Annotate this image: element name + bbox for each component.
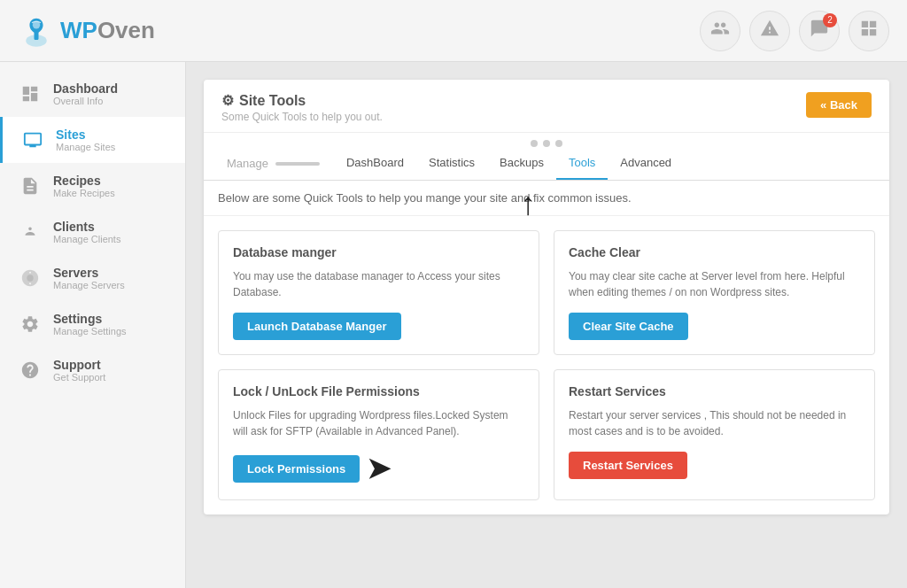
dot-1 [531, 140, 538, 147]
card-header: ⚙ Site Tools Some Quick Tools to help yo… [204, 80, 889, 133]
tabs-row: Manage DashBoard Statistics Backups Tool… [204, 147, 889, 181]
top-icons: 2 [700, 11, 889, 51]
card-subtitle: Some Quick Tools to help you out. [221, 111, 383, 123]
sidebar-item-dashboard[interactable]: Dashboard Overall Info [0, 71, 185, 117]
dashboard-icon [18, 81, 43, 106]
settings-icon [18, 312, 43, 337]
sidebar-dashboard-subtitle: Overall Info [53, 96, 118, 106]
sidebar-servers-label: Servers [53, 266, 125, 280]
main-layout: Dashboard Overall Info ➤ Sites Manage Si… [0, 62, 907, 588]
content-area: ⚙ Site Tools Some Quick Tools to help yo… [186, 62, 907, 588]
sites-icon [20, 128, 45, 152]
tab-statistics[interactable]: Statistics [416, 147, 487, 180]
cache-card-title: Cache Clear [569, 245, 860, 259]
logo-icon [18, 12, 55, 50]
sidebar-recipes-label: Recipes [53, 174, 115, 188]
sidebar-clients-label: Clients [53, 220, 120, 234]
lock-permissions-btn[interactable]: Lock Permissions [233, 455, 360, 483]
sidebar-clients-subtitle: Manage Clients [53, 234, 120, 244]
dot-3 [555, 140, 562, 147]
sidebar-item-clients[interactable]: Clients Manage Clients [0, 209, 185, 255]
sidebar: Dashboard Overall Info ➤ Sites Manage Si… [0, 62, 186, 588]
sidebar-settings-subtitle: Manage Settings [53, 326, 127, 337]
tab-advanced[interactable]: Advanced [608, 147, 684, 180]
permissions-tool-card: Lock / UnLock File Permissions Unlock Fi… [218, 369, 539, 500]
card-title: ⚙ Site Tools [221, 92, 383, 109]
back-button[interactable]: « Back [806, 92, 872, 118]
clear-cache-btn[interactable]: Clear Site Cache [569, 313, 688, 340]
chat-badge: 2 [823, 13, 837, 27]
tab-dashboard[interactable]: DashBoard [334, 147, 416, 180]
permissions-card-title: Lock / UnLock File Permissions [233, 384, 524, 398]
database-card-title: Database manger [233, 245, 524, 259]
logo-text: WPOven [60, 17, 155, 44]
database-card-desc: You may use the database manager to Acce… [233, 268, 524, 300]
dots-row [204, 133, 889, 147]
top-nav: WPOven 2 [0, 0, 907, 62]
tools-description: Below are some Quick Tools to help you m… [204, 181, 889, 216]
permissions-card-desc: Unlock Files for upgrading Wordpress fil… [233, 407, 524, 439]
sidebar-support-label: Support [53, 358, 105, 372]
svg-point-1 [33, 21, 40, 28]
restart-services-btn[interactable]: Restart Services [569, 452, 687, 479]
site-tools-card: ⚙ Site Tools Some Quick Tools to help yo… [204, 80, 889, 514]
logo: WPOven [18, 12, 155, 50]
sidebar-item-support[interactable]: Support Get Support [0, 347, 185, 393]
clients-icon [18, 220, 43, 244]
restart-tool-card: Restart Services Restart your server ser… [554, 369, 875, 500]
tab-backups[interactable]: Backups [487, 147, 556, 180]
sidebar-item-settings[interactable]: Settings Manage Settings [0, 301, 185, 347]
sidebar-item-sites[interactable]: ➤ Sites Manage Sites [0, 117, 185, 163]
tools-grid: Database manger You may use the database… [204, 216, 889, 514]
sidebar-settings-label: Settings [53, 312, 127, 326]
grid-nav-btn[interactable] [849, 11, 889, 51]
dot-2 [543, 140, 550, 147]
users-icon [710, 19, 730, 43]
cache-tool-card: Cache Clear You may clear site cache at … [554, 230, 875, 355]
restart-card-title: Restart Services [569, 384, 860, 398]
servers-icon [18, 266, 43, 290]
restart-card-desc: Restart your server services , This shou… [569, 407, 860, 439]
sidebar-servers-subtitle: Manage Servers [53, 280, 125, 290]
sidebar-item-servers[interactable]: Servers Manage Servers [0, 255, 185, 301]
support-icon [18, 358, 43, 383]
sidebar-dashboard-label: Dashboard [53, 81, 118, 96]
warning-icon [760, 19, 779, 43]
database-tool-card: Database manger You may use the database… [218, 230, 539, 355]
sidebar-recipes-subtitle: Make Recipes [53, 188, 115, 198]
arrow-to-lock-btn: ➤ [367, 452, 391, 485]
recipes-icon [18, 174, 43, 198]
chat-nav-btn[interactable]: 2 [799, 11, 840, 51]
grid-icon [859, 19, 879, 43]
launch-database-btn[interactable]: Launch Database Manger [233, 313, 401, 340]
svg-point-2 [27, 275, 33, 281]
sidebar-sites-subtitle: Manage Sites [56, 142, 115, 152]
manage-bar [275, 162, 320, 166]
gear-icon: ⚙ [221, 92, 234, 109]
warning-nav-btn[interactable] [749, 11, 790, 51]
tab-tools[interactable]: Tools [556, 147, 608, 180]
cache-card-desc: You may clear site cache at Server level… [569, 268, 860, 300]
sidebar-support-subtitle: Get Support [53, 372, 105, 383]
users-nav-btn[interactable] [700, 11, 740, 51]
sidebar-item-recipes[interactable]: Recipes Make Recipes [0, 163, 185, 209]
manage-tab-area: Manage [213, 148, 334, 179]
sidebar-sites-label: Sites [56, 128, 115, 142]
